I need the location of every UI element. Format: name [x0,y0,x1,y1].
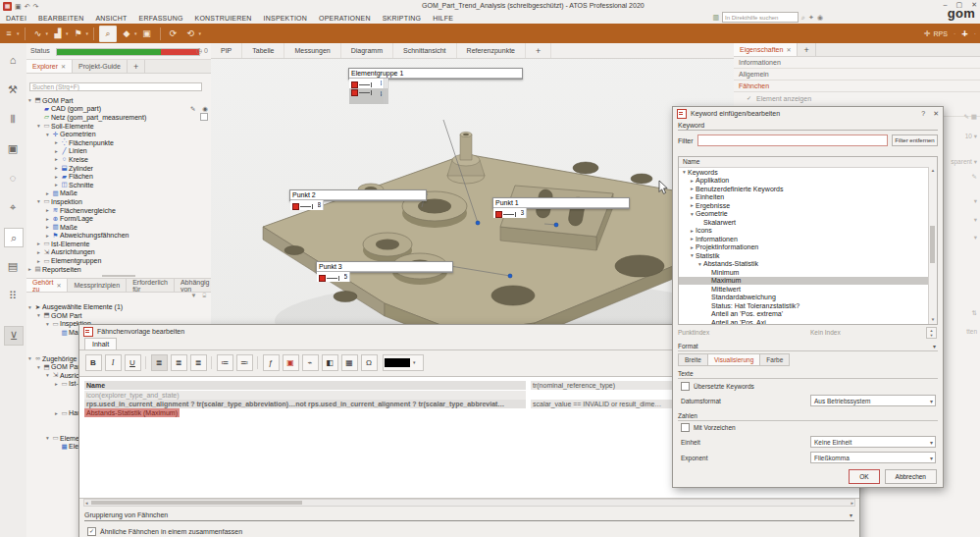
add-panel-tab[interactable]: + [798,43,815,56]
annotation-punkt-3[interactable]: Punkt 3↕SollIstAbw.PrüfungZ+19.00+18.85-… [316,261,453,273]
expand-icon[interactable]: ▾ [44,321,51,327]
recalculate-button-dropdown-icon[interactable]: ▾ [199,30,202,36]
keyword-item-minimum[interactable]: Minimum [679,268,937,277]
view-tab-tabelle[interactable]: Tabelle [242,43,284,58]
explorer-tree-item-fl-chenvergleiche[interactable]: ▸≋Flächenvergleiche [26,206,211,215]
expand-icon[interactable]: ▸ [53,182,60,188]
keyword-item-applikation[interactable]: ▸Applikation [679,177,937,186]
properties-section-f-hnchen[interactable]: Fähnchen [734,81,980,92]
expand-icon[interactable]: ▸ [53,174,60,180]
expand-icon[interactable]: ▸ [53,381,60,387]
edit-icon[interactable]: ✎ [190,105,195,113]
keyword-item-einheiten[interactable]: ▸Einheiten [679,193,937,202]
visibility-checkbox[interactable] [200,113,208,121]
undo-icon[interactable]: ↶ [25,2,30,11]
sensor-camera-icon[interactable]: ▣ [4,139,22,157]
editor-horizontal-scrollbar[interactable]: ◂▸ [83,499,855,507]
expand-icon[interactable]: ▸ [44,190,51,196]
format-section-header[interactable]: Format▾ [678,343,938,351]
snapshot-button[interactable]: ▣ [139,27,155,41]
menu-operationen[interactable]: OPERATIONEN [313,15,377,22]
italic-button[interactable]: I [105,354,122,371]
format-tab-breite[interactable]: Breite [678,353,707,366]
align-right-button[interactable]: ≣ [190,354,207,371]
properties-control-stub[interactable]: ▾ [974,197,977,205]
underline-button[interactable]: U [125,354,141,371]
expand-icon[interactable]: ▾ [26,355,33,361]
dialog-close-button[interactable]: ✕ [933,110,939,118]
expand-icon[interactable]: ▸ [44,216,51,222]
close-tab-icon[interactable]: ✕ [56,282,61,289]
expand-icon[interactable]: ▾ [44,372,51,378]
explorer-tree-item-inspektion[interactable]: ▾▭Inspektion [26,197,211,206]
relations-tab-geh-rt-zu[interactable]: Gehört zu✕ [26,279,68,292]
expand-icon[interactable]: ▾ [35,123,42,129]
menu-bearbeiten[interactable]: BEARBEITEN [32,15,89,22]
align-center-button[interactable]: ≣ [171,354,187,371]
element-show-checkbox[interactable]: ✓ Element anzeigen [734,92,980,105]
flag-button-dropdown-icon[interactable]: ▾ [86,30,89,36]
explorer-tree-item-soll-elemente[interactable]: ▾▭Soll-Elemente [26,122,211,131]
expand-icon[interactable]: ▸ [689,244,696,250]
eye-icon[interactable]: ◉ [202,105,208,113]
template-selected-keyword[interactable]: Abstands-Statistik (Maximum) [84,408,180,417]
help-search-input[interactable] [722,12,799,23]
exponent-dropdown[interactable]: Fließkomma [810,452,936,463]
align-left-button[interactable]: ≣ [151,354,168,371]
punktindex-spinner[interactable]: ▲▼ [926,327,937,339]
keyword-item-skalarwert[interactable]: Skalarwert [679,218,937,227]
menu-inspektion[interactable]: INSPEKTION [258,15,313,22]
keyword-item-projektinformationen[interactable]: ▸Projektinformationen [679,243,937,252]
datumsformat-dropdown[interactable]: Aus Betriebssystem [810,395,936,406]
redo-icon[interactable]: ↷ [33,2,39,11]
properties-control-stub[interactable]: ▾ [974,216,977,224]
einheit-dropdown[interactable]: Keine Einheit [810,436,936,448]
keyword-item-anteil-an-pos-extrema-[interactable]: Anteil an 'Pos. extrema' [679,310,937,319]
view-tab-messungen[interactable]: Messungen [284,43,340,58]
relations-tab-erforderlich-f-r[interactable]: Erforderlich für [127,279,175,292]
keyword-list[interactable]: Name ▾Keywords▸Applikation▸Benutzerdefin… [678,156,938,325]
explorer-tree-item-linien[interactable]: ▸╱Linien [26,147,211,156]
translated-keywords-checkbox[interactable]: Übersetzte Keywords [681,382,754,391]
list-numbered-button[interactable]: ≔ [217,354,233,371]
keyword-item-standardabweichung[interactable]: Standardabweichung [679,294,937,302]
add-view-tab[interactable]: + [526,43,551,58]
close-tab-icon[interactable]: ✕ [786,46,791,53]
expand-icon[interactable]: ▸ [53,410,60,416]
user-account-icon[interactable]: ◉ [817,14,823,22]
expand-icon[interactable]: ▸ [689,236,696,242]
app-icon[interactable]: ▦ [3,2,12,11]
pin-icon[interactable]: ⊻ [4,326,24,346]
properties-control-stub[interactable]: tten [966,328,977,335]
main-menu-button[interactable]: ≡ [1,27,17,41]
explorer-tree-item-cad-gom-part-[interactable]: ▰CAD (gom_part)✎◉ [26,105,211,114]
help-book-icon[interactable]: ▥ [712,14,719,22]
expand-icon[interactable]: ▸ [53,165,60,171]
expand-icon[interactable]: ▾ [696,261,703,267]
fil´ter-icon[interactable]: ▼ [190,293,196,301]
expand-icon[interactable]: ▸ [53,156,60,162]
expand-icon[interactable]: ▸ [44,224,51,230]
home-icon[interactable]: ⌂ [4,51,22,69]
annotation-punkt-2[interactable]: Punkt 2↕SollIstAbw.PrüfungZ+19.00+18.88-… [289,189,427,201]
menu-erfassung[interactable]: ERFASSUNG [133,15,189,22]
keyword-item-keywords[interactable]: ▾Keywords [679,168,937,177]
explorer-tree-item-fl-chen[interactable]: ▸▰Flächen [26,172,211,181]
view-tab-referenzpunkte[interactable]: Referenzpunkte [457,43,526,58]
keyword-item-maximum[interactable]: Maximum [679,277,937,286]
explorer-search-input[interactable] [29,82,202,91]
template-icon-expression[interactable]: icon(explorer_type_and_state) [84,391,526,400]
explorer-tree-item-fl-chenpunkte[interactable]: ▸⁛Flächenpunkte [26,138,211,147]
expand-icon[interactable]: ▾ [689,252,696,258]
expand-icon[interactable]: ▾ [35,364,42,370]
tools-icon[interactable]: ⚒ [4,81,22,98]
menu-konstruieren[interactable]: KONSTRUIEREN [189,15,258,22]
menu-hilfe[interactable]: HILFE [427,15,459,22]
explorer-tree-item-reportseiten[interactable]: ▸▤Reportseiten [26,265,211,274]
properties-control-stub[interactable]: sparent ▾ [951,158,977,166]
relations-tab-abh-ngig-von[interactable]: Abhängig von [175,279,211,292]
keyword-item-statistik[interactable]: ▾Statistik [679,251,937,260]
image-button[interactable]: ▣ [283,354,299,371]
explorer-tree-item-elementgruppen[interactable]: ▸▭Elementgruppen [26,256,211,265]
expand-icon[interactable]: ▸ [26,266,33,272]
